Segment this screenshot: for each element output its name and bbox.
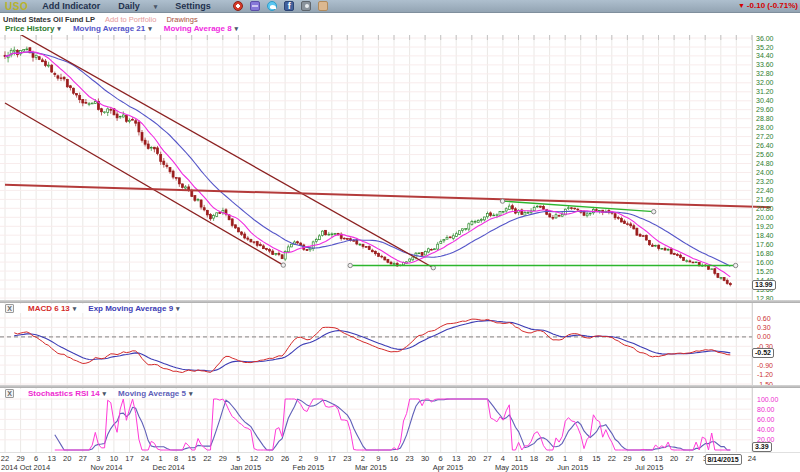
month-label: May 2015 [495,463,528,472]
period-label: Daily [118,1,140,11]
stoch-legend-item-0[interactable]: Stochastics RSI 14▾ [28,389,106,398]
legend-label: Price History [5,24,54,33]
date-tick-label: 22 [0,454,13,463]
price-axis-label: 21.60 [756,196,774,203]
period-dropdown[interactable]: Daily▾ [118,1,157,11]
drawings-link[interactable]: Drawings [166,15,197,24]
macd-legend-item-0[interactable]: MACD 6 13▾ [28,304,76,313]
main-toolbar: USO Add Indicator Daily▾ Settings ▼-0.10… [0,0,800,13]
month-label: Mar 2015 [355,463,387,472]
date-tick-label: 15 [184,454,200,463]
price-chart[interactable]: 36.0035.2034.4033.6032.8032.0031.2030.40… [0,35,800,300]
chevron-down-icon: ▾ [235,25,239,33]
alarm-icon[interactable] [233,1,243,11]
stoch-value-box: 3.39 [752,442,772,452]
date-tick-label: 6 [433,454,449,463]
date-tick-label: 23 [339,454,355,463]
month-label: Jun 2015 [557,463,588,472]
down-arrow-icon: ▼ [738,2,745,9]
price-legend-item-1[interactable]: Moving Average 21▾ [73,24,152,33]
date-tick-label: 27 [682,454,698,463]
price-change-badge: ▼-0.10 (-0.71%) [738,1,798,10]
chevron-down-icon: ▾ [73,305,77,313]
price-axis-label: 24.00 [756,169,774,176]
cursor-date-box: 8/14/2015 [705,454,742,465]
price-axis-label: 33.60 [756,61,774,68]
price-axis-label: 20.80 [756,205,774,212]
date-tick-label: 13 [651,454,667,463]
price-pane-legend: Price History▾Moving Average 21▾Moving A… [1,24,242,33]
price-axis-label: 28.00 [756,124,774,131]
share-icon[interactable] [318,1,328,11]
package-icon[interactable] [250,1,260,11]
price-axis-label: 31.20 [756,88,774,95]
date-tick-label: 29 [13,454,29,463]
date-tick-label: 17 [324,454,340,463]
date-tick-label: 4 [495,454,511,463]
stoch-axis-label: 60.00 [757,416,775,423]
date-tick-label: 29 [215,454,231,463]
twitter-icon[interactable] [267,1,277,11]
toolbar-icons [233,1,328,11]
date-tick-label: 6 [28,454,44,463]
price-axis-label: 17.60 [756,241,774,248]
stoch-legend-item-1[interactable]: Moving Average 5▾ [118,389,192,398]
date-axis: 2229613202731017241815222951220262917232… [0,452,800,472]
date-tick-label: 20 [666,454,682,463]
price-axis-label: 29.60 [756,106,774,113]
price-axis-label: 24.80 [756,160,774,167]
date-tick-label: 9 [370,454,386,463]
price-axis-label: 36.00 [756,35,774,42]
date-tick-label: 17 [122,454,138,463]
price-axis-label: 15.20 [756,268,774,275]
stoch-axis-label: 100.00 [757,396,779,403]
price-axis-label: 22.40 [756,187,774,194]
stoch-close-button[interactable]: X [5,389,14,398]
price-axis-label: 19.20 [756,223,774,230]
macd-close-button[interactable]: X [5,304,14,313]
date-tick-label: 5 [230,454,246,463]
month-label: 2014 Oct 2014 [1,463,50,472]
macd-legend-item-1[interactable]: Exp Moving Average 9▾ [88,304,179,313]
month-label: Jan 2015 [230,463,261,472]
date-tick-label: 1 [153,454,169,463]
price-legend-item-0[interactable]: Price History▾ [5,24,61,33]
chevron-down-icon: ▾ [154,3,158,10]
price-axis-label: 16.00 [756,259,774,266]
price-axis-label: 27.20 [756,133,774,140]
chevron-down-icon: ▾ [57,25,61,33]
price-axis-label: 16.80 [756,250,774,257]
date-tick-label: 8 [573,454,589,463]
symbol-row: United States Oil Fund LP Add to Portfol… [0,14,800,24]
chevron-down-icon: ▾ [176,305,180,313]
legend-label: Stochastics RSI 14 [28,389,100,398]
legend-label: Moving Average 8 [164,24,232,33]
price-legend-item-2[interactable]: Moving Average 8▾ [164,24,238,33]
price-axis-label: 18.40 [756,232,774,239]
macd-chart[interactable]: 0.600.300.00-0.30-0.90-1.20-1.50 [0,303,800,385]
legend-label: Moving Average 5 [118,389,186,398]
date-tick-label: 22 [604,454,620,463]
camera-icon[interactable] [301,1,311,11]
add-indicator-button[interactable]: Add Indicator [42,1,100,11]
date-tick-label: 30 [417,454,433,463]
symbol-ticker[interactable]: USO [5,1,28,12]
add-to-portfolio-link[interactable]: Add to Portfolio [105,15,156,24]
stoch-axis-label: 40.00 [757,426,775,433]
macd-value-box: -0.52 [752,348,774,358]
price-axis-label: 35.20 [756,44,774,51]
settings-button[interactable]: Settings [175,1,211,11]
date-tick-label: 18 [526,454,542,463]
facebook-icon[interactable] [284,1,294,11]
month-label: Jul 2015 [635,463,663,472]
macd-axis-label: 0.30 [757,324,771,331]
macd-axis-label: 0.60 [757,315,771,322]
price-axis-label: 32.80 [756,70,774,77]
stoch-axis-label: 80.00 [757,406,775,413]
date-tick-label: 26 [277,454,293,463]
chart-app-window: USO Add Indicator Daily▾ Settings ▼-0.10… [0,0,800,472]
date-tick-label: 8 [168,454,184,463]
date-tick-label: 13 [448,454,464,463]
legend-label: MACD 6 13 [28,304,70,313]
date-tick-label: 2 [355,454,371,463]
